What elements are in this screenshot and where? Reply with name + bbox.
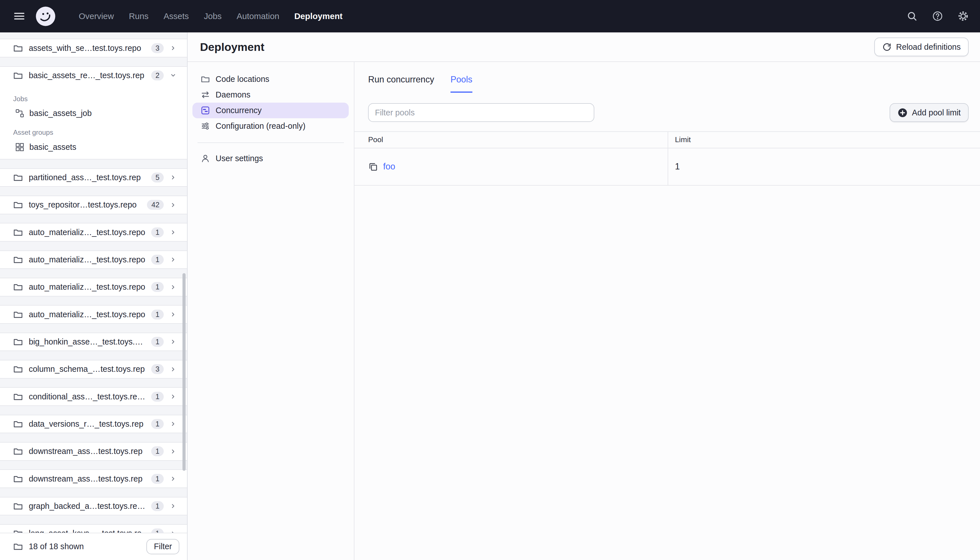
code-location-row[interactable]: conditional_ass…_test.toys.repo 1 — [0, 388, 187, 405]
deployment-subnav: Code locations Daemons Concurrency Confi… — [188, 62, 354, 560]
subnav-item-user-settings[interactable]: User settings — [192, 151, 349, 166]
chevron-right-icon — [170, 283, 177, 291]
sidebar-scrollbar[interactable] — [183, 273, 186, 471]
code-location-name: basic_assets_re…_test.toys.rep — [29, 71, 146, 80]
tab-pools[interactable]: Pools — [451, 69, 473, 93]
code-location-card: toys_repositor…test.toys.repo 42 — [0, 195, 187, 214]
code-location-row[interactable]: big_honkin_asse…_test.toys.rep 1 — [0, 333, 187, 351]
code-location-name: partitioned_ass…_test.toys.rep — [29, 173, 146, 182]
code-location-name: graph_backed_a…test.toys.repo — [29, 502, 146, 511]
code-location-row[interactable]: data_versions_r…_test.toys.rep 1 — [0, 415, 187, 433]
top-nav-actions — [907, 10, 969, 22]
count-badge: 1 — [151, 446, 164, 456]
code-location-row[interactable]: auto_materializ…_test.toys.repo 1 — [0, 278, 187, 296]
code-location-row[interactable]: graph_backed_a…test.toys.repo 1 — [0, 497, 187, 515]
sliders-icon — [201, 122, 210, 131]
subnav-item-code-locations[interactable]: Code locations — [192, 72, 349, 87]
chevron-right-icon — [170, 311, 177, 318]
count-badge: 1 — [151, 227, 164, 237]
code-location-card: auto_materializ…_test.toys.repo 1 — [0, 250, 187, 269]
subnav-item-daemons[interactable]: Daemons — [192, 87, 349, 103]
column-header-pool: Pool — [354, 132, 668, 148]
code-location-name: downstream_ass…test.toys.rep — [29, 474, 146, 483]
subnav-item-configuration[interactable]: Configuration (read-only) — [192, 118, 349, 134]
folder-icon — [13, 255, 23, 265]
add-pool-limit-label: Add pool limit — [912, 108, 961, 117]
nav-item-automation[interactable]: Automation — [232, 0, 284, 32]
job-item[interactable]: basic_assets_job — [0, 105, 187, 122]
reload-definitions-button[interactable]: Reload definitions — [874, 38, 968, 56]
count-badge: 42 — [147, 200, 164, 210]
code-location-card: downstream_ass…test.toys.rep 1 — [0, 469, 187, 488]
subnav-divider — [198, 142, 344, 143]
code-location-row[interactable]: auto_materializ…_test.toys.repo 1 — [0, 223, 187, 241]
plus-circle-icon — [898, 108, 907, 118]
search-button[interactable] — [907, 10, 918, 22]
code-location-card: column_schema_…test.toys.rep 3 — [0, 360, 187, 378]
count-badge: 1 — [151, 255, 164, 265]
count-badge: 3 — [151, 43, 164, 53]
pools-controls: Add pool limit — [368, 103, 968, 122]
page-header: Deployment Reload definitions — [188, 32, 980, 62]
chevron-right-icon — [170, 256, 177, 263]
sidebar: assets_with_se…test.toys.repo 3 basic_as… — [0, 32, 188, 560]
chevron-right-icon — [170, 475, 177, 482]
sidebar-footer: 18 of 18 shown Filter — [0, 533, 187, 560]
folder-icon — [13, 542, 23, 552]
nav-item-deployment[interactable]: Deployment — [290, 0, 348, 32]
code-location-row[interactable]: downstream_ass…test.toys.rep 1 — [0, 443, 187, 460]
chevron-down-icon — [170, 72, 177, 79]
code-location-card: auto_materializ…_test.toys.repo 1 — [0, 278, 187, 297]
folder-icon — [201, 75, 210, 84]
count-badge: 1 — [151, 501, 164, 511]
tab-run-concurrency[interactable]: Run concurrency — [368, 69, 434, 93]
code-location-row[interactable]: auto_materializ…_test.toys.repo 1 — [0, 251, 187, 268]
add-pool-limit-button[interactable]: Add pool limit — [890, 103, 969, 122]
code-location-row[interactable]: column_schema_…test.toys.rep 3 — [0, 360, 187, 378]
code-location-row[interactable]: basic_assets_re…_test.toys.rep 2 — [0, 67, 187, 85]
filter-pools-input[interactable] — [368, 103, 594, 122]
chevron-right-icon — [170, 44, 177, 52]
pool-table-row: foo 1 — [354, 148, 980, 186]
chevron-right-icon — [170, 365, 177, 373]
pools-table: Pool Limit foo 1 — [354, 131, 980, 186]
nav-item-runs[interactable]: Runs — [124, 0, 153, 32]
chevron-right-icon — [170, 420, 177, 428]
asset-group-icon — [15, 142, 25, 152]
count-badge: 1 — [151, 419, 164, 429]
code-location-row[interactable]: assets_with_se…test.toys.repo 3 — [0, 39, 187, 57]
jobs-group-label: Jobs — [0, 84, 187, 105]
code-location-name: auto_materializ…_test.toys.repo — [29, 255, 146, 264]
nav-item-assets[interactable]: Assets — [159, 0, 194, 32]
code-location-row[interactable]: toys_repositor…test.toys.repo 42 — [0, 196, 187, 214]
chevron-right-icon — [170, 228, 177, 236]
folder-icon — [13, 173, 23, 182]
code-location-name: data_versions_r…_test.toys.rep — [29, 419, 146, 429]
nav-item-overview[interactable]: Overview — [73, 0, 119, 32]
subnav-label: Configuration (read-only) — [216, 122, 306, 131]
primary-nav: Overview Runs Assets Jobs Automation Dep… — [72, 0, 350, 32]
code-location-card: downstream_ass…test.toys.rep 1 — [0, 442, 187, 461]
folder-icon — [13, 200, 23, 210]
folder-icon — [13, 337, 23, 347]
code-location-name: big_honkin_asse…_test.toys.rep — [29, 337, 146, 347]
settings-button[interactable] — [958, 10, 969, 22]
code-location-name: column_schema_…test.toys.rep — [29, 365, 146, 374]
count-badge: 1 — [151, 282, 164, 292]
code-location-row[interactable]: partitioned_ass…_test.toys.rep 5 — [0, 169, 187, 187]
count-badge: 3 — [151, 364, 164, 374]
code-location-row[interactable]: auto_materializ…_test.toys.repo 1 — [0, 306, 187, 323]
menu-button[interactable] — [12, 8, 28, 25]
code-location-name: conditional_ass…_test.toys.repo — [29, 392, 146, 402]
pool-link-foo[interactable]: foo — [383, 162, 395, 172]
nav-item-jobs[interactable]: Jobs — [199, 0, 227, 32]
search-icon — [907, 11, 917, 21]
sidebar-filter-button[interactable]: Filter — [146, 539, 179, 555]
dagster-logo-icon[interactable] — [35, 6, 56, 27]
code-location-name: auto_materializ…_test.toys.repo — [29, 282, 146, 292]
help-button[interactable] — [932, 10, 943, 22]
subnav-item-concurrency[interactable]: Concurrency — [192, 103, 349, 118]
code-location-row[interactable]: downstream_ass…test.toys.rep 1 — [0, 470, 187, 488]
asset-group-item[interactable]: basic_assets — [0, 139, 187, 155]
subnav-label: Daemons — [216, 90, 250, 100]
